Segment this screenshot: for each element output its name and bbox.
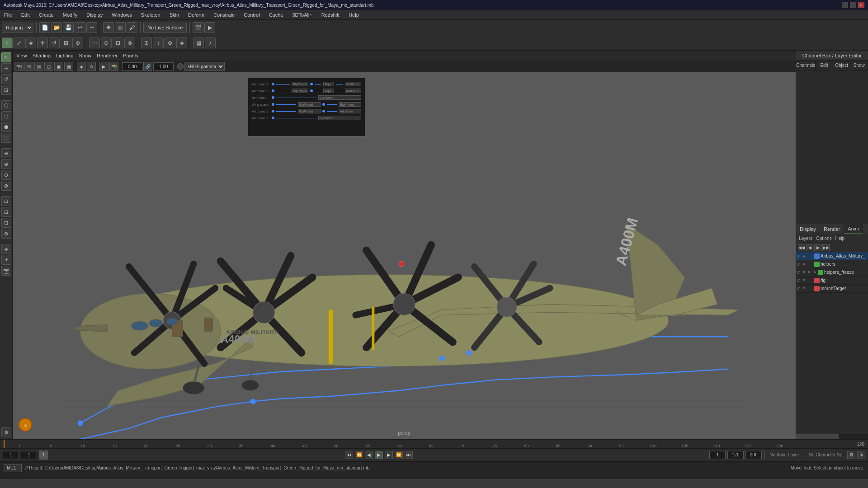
scale-left-button[interactable]: ⊞: [1, 85, 11, 95]
lasso-button[interactable]: ◎: [115, 22, 126, 33]
paint-select-button[interactable]: ◈: [25, 38, 36, 48]
help-subtab[interactable]: Help: [835, 236, 844, 241]
display-layer-button[interactable]: ▤: [193, 38, 204, 48]
show-tab[interactable]: Show: [850, 61, 868, 70]
snap-grid-button[interactable]: ⊞: [141, 38, 152, 48]
layer-row-rig[interactable]: V P rig: [796, 277, 868, 285]
snap-point-button[interactable]: ⊕: [165, 38, 175, 48]
menu-display[interactable]: Display: [85, 11, 104, 19]
menu-windows[interactable]: Windows: [110, 11, 133, 19]
skin-left-button[interactable]: ⊙: [1, 170, 11, 180]
layer-row-main[interactable]: V P Airbus_Atlas_Military_: [796, 252, 868, 260]
layer-prev-btn[interactable]: ◀◀: [798, 244, 805, 251]
select-tool-button[interactable]: ✥: [103, 22, 114, 33]
vp-wireframe-btn[interactable]: ◻: [44, 62, 53, 71]
layer-v-1[interactable]: V: [797, 254, 802, 258]
options-subtab[interactable]: Options: [816, 236, 831, 241]
menu-cache[interactable]: Cache: [268, 11, 285, 19]
new-scene-button[interactable]: 📄: [39, 22, 50, 33]
redo-button[interactable]: ↪: [86, 22, 97, 33]
layer-r-3[interactable]: R: [808, 270, 813, 274]
vp-connect-btn[interactable]: 🔗: [143, 62, 152, 71]
lasso-select-button[interactable]: ⤢: [14, 38, 24, 48]
settings-left-button[interactable]: ⚙: [1, 427, 11, 437]
snap-curve-button[interactable]: ⌇: [153, 38, 164, 48]
vp-smooth-btn[interactable]: ◼: [54, 62, 63, 71]
select-left-button[interactable]: ↖: [1, 52, 11, 62]
minimize-button[interactable]: _: [842, 2, 848, 8]
save-scene-button[interactable]: 💾: [63, 22, 74, 33]
vp-iso-btn[interactable]: ⊙: [87, 62, 96, 71]
vp-panels-menu[interactable]: Panels: [123, 53, 138, 58]
vp-value1-input[interactable]: 0.00: [122, 62, 142, 70]
render-button[interactable]: ▶: [204, 22, 215, 33]
vp-playblast-btn[interactable]: ▶: [99, 62, 108, 71]
layer-p-4[interactable]: P: [802, 278, 808, 283]
blendshape-left-button[interactable]: ⊛: [1, 229, 11, 239]
layer-p-3[interactable]: P: [802, 270, 808, 275]
edit-tab[interactable]: Edit: [816, 61, 833, 70]
subdiv-left-button[interactable]: ⬢: [1, 122, 11, 132]
constraint-left-button[interactable]: ⊡: [1, 196, 11, 206]
step-fwd-btn[interactable]: ⏩: [395, 451, 403, 459]
camera-left-button[interactable]: 📷: [1, 266, 11, 276]
vp-shading-menu[interactable]: Shading: [33, 53, 51, 58]
menu-constrain[interactable]: Constrain: [212, 11, 236, 19]
close-button[interactable]: ×: [858, 2, 864, 8]
ik-left-button[interactable]: ⊗: [1, 159, 11, 169]
next-frame-btn[interactable]: ▶: [385, 451, 393, 459]
layer-scrollbar[interactable]: [796, 434, 868, 439]
menu-modify[interactable]: Modify: [61, 11, 79, 19]
vp-grid-btn[interactable]: ⊞: [24, 62, 33, 71]
move-left-button[interactable]: ✛: [1, 63, 11, 73]
menu-redshift[interactable]: Redshift: [320, 11, 341, 19]
menu-edit[interactable]: Edit: [20, 11, 31, 19]
frame-2-input[interactable]: [21, 451, 37, 459]
vp-view-menu[interactable]: View: [16, 53, 27, 58]
lattice-button[interactable]: ⊡: [113, 38, 123, 48]
vp-value2-input[interactable]: 1.00: [153, 62, 174, 70]
layer-row-helpers-freeze[interactable]: V P R ✎ helpers_freeze: [796, 268, 868, 277]
nurbs-left-button[interactable]: ◌: [1, 111, 11, 121]
layers-subtab[interactable]: Layers: [799, 236, 812, 241]
layer-next-btn[interactable]: ▶: [814, 244, 821, 251]
viewport[interactable]: View Shading Lighting Show Renderer Pane…: [13, 51, 796, 439]
render-tab[interactable]: Render: [820, 224, 844, 234]
step-back-btn[interactable]: ⏪: [355, 451, 363, 459]
rotate-button[interactable]: ↺: [49, 38, 60, 48]
anim-start-input[interactable]: 1: [709, 451, 726, 459]
poly-left-button[interactable]: ⬡: [1, 100, 11, 110]
object-tab[interactable]: Object: [833, 61, 851, 70]
joint-left-button[interactable]: ⊕: [1, 148, 11, 158]
paint-button[interactable]: 🖌: [127, 22, 137, 33]
paint-weights-button[interactable]: ⊘: [1, 181, 11, 191]
snap-surface-button[interactable]: ◈: [176, 38, 187, 48]
vp-display-btn[interactable]: ▤: [34, 62, 43, 71]
no-live-surface-button[interactable]: No Live Surface: [143, 23, 187, 33]
anim-end-input[interactable]: 200: [727, 451, 744, 459]
layer-p-5[interactable]: P: [802, 286, 808, 291]
char-set-settings-btn[interactable]: ⚙: [847, 451, 855, 459]
vp-snapshot-btn[interactable]: 📸: [109, 62, 118, 71]
menu-skeleton[interactable]: Skeleton: [140, 11, 162, 19]
go-start-btn[interactable]: ⏮: [345, 451, 353, 459]
char-set-btn2[interactable]: ⊕: [857, 451, 865, 459]
anim-end2-input[interactable]: [745, 451, 762, 459]
menu-help[interactable]: Help: [347, 11, 360, 19]
scrollbar-thumb[interactable]: [796, 434, 839, 439]
layer-v-4[interactable]: V: [797, 278, 802, 283]
play-fwd-btn[interactable]: ▶: [375, 451, 383, 459]
maximize-button[interactable]: □: [850, 2, 856, 8]
prev-frame-btn[interactable]: ◀: [365, 451, 373, 459]
channels-tab[interactable]: Channels: [796, 61, 816, 70]
render-settings-button[interactable]: 🎬: [193, 22, 203, 33]
layer-p-2[interactable]: P: [802, 262, 808, 267]
layer-p-1[interactable]: P: [802, 254, 808, 258]
layer-next2-btn[interactable]: ▶▶: [822, 244, 830, 251]
go-end-btn[interactable]: ⏭: [405, 451, 413, 459]
layer-v-3[interactable]: V: [797, 270, 802, 275]
menu-skin[interactable]: Skin: [168, 11, 180, 19]
vp-renderer-menu[interactable]: Renderer: [97, 53, 118, 58]
menu-control[interactable]: Control: [242, 11, 261, 19]
open-scene-button[interactable]: 📂: [51, 22, 62, 33]
